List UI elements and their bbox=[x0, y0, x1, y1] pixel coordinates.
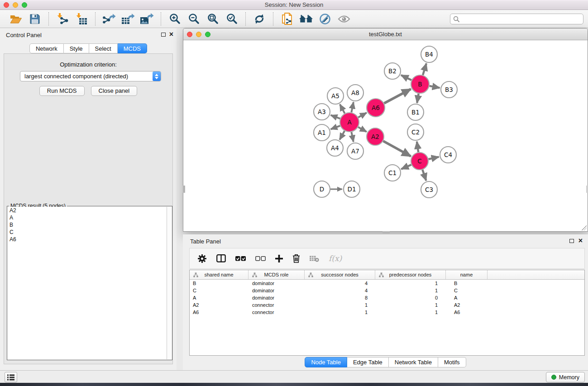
export-table-icon[interactable] bbox=[119, 11, 138, 27]
table-row[interactable]: Adominator80A bbox=[190, 294, 584, 301]
save-session-icon[interactable] bbox=[25, 11, 44, 27]
close-panel-icon[interactable]: × bbox=[169, 30, 173, 39]
table-cell: A bbox=[190, 295, 249, 300]
show-columns-icon[interactable] bbox=[216, 254, 226, 262]
table-cell: dominator bbox=[249, 295, 305, 300]
table-mode-gear-icon[interactable] bbox=[197, 254, 207, 263]
tab-network[interactable]: Network bbox=[29, 43, 64, 53]
graph-edge-C-C3[interactable] bbox=[422, 170, 426, 181]
graph-edge-B-B3[interactable] bbox=[430, 86, 440, 88]
graph-node-label-A: A bbox=[347, 119, 352, 126]
graph-edge-C-C2[interactable] bbox=[417, 142, 418, 152]
graph-node-label-C4: C4 bbox=[444, 151, 452, 158]
window-title: Session: New Session bbox=[0, 1, 588, 8]
control-panel-title: Control Panel bbox=[6, 32, 42, 38]
network-window-titlebar[interactable]: testGlobe.txt bbox=[183, 29, 588, 40]
graph-edge-B-B4[interactable] bbox=[423, 63, 426, 75]
float-panel-icon[interactable] bbox=[569, 239, 574, 243]
toolbar-separator bbox=[48, 12, 49, 26]
close-panel-icon[interactable]: × bbox=[578, 236, 583, 245]
tab-motifs[interactable]: Motifs bbox=[438, 357, 466, 367]
close-panel-button[interactable]: Close panel bbox=[91, 86, 138, 96]
graph-edge-A-A7[interactable] bbox=[351, 132, 353, 142]
column-header-MCDS-role[interactable]: MCDS role bbox=[249, 270, 305, 279]
column-header-successor-nodes[interactable]: successor nodes bbox=[305, 270, 375, 279]
zoom-selected-icon[interactable] bbox=[222, 11, 241, 27]
deselect-all-icon[interactable] bbox=[255, 256, 266, 261]
graph-edge-B-B1[interactable] bbox=[417, 94, 418, 103]
show-hide-graphics-icon[interactable] bbox=[335, 11, 354, 27]
tab-mcds[interactable]: MCDS bbox=[118, 43, 147, 53]
toolbar-separator bbox=[273, 12, 273, 26]
refresh-layout-icon[interactable] bbox=[250, 11, 269, 27]
table-cell: 1 bbox=[375, 281, 446, 286]
mcds-result-item[interactable]: A2 bbox=[8, 207, 167, 214]
table-row[interactable]: Cdominator41C bbox=[190, 287, 584, 294]
tab-style[interactable]: Style bbox=[64, 43, 89, 53]
zoom-in-icon[interactable] bbox=[165, 11, 184, 27]
column-header-predecessor-nodes[interactable]: predecessor nodes bbox=[375, 270, 446, 279]
table-row[interactable]: A6connector11A6 bbox=[190, 309, 584, 316]
import-network-icon[interactable] bbox=[53, 11, 72, 27]
splitter-handle[interactable] bbox=[183, 186, 185, 193]
table-cell: 0 bbox=[375, 295, 446, 300]
column-header-name[interactable]: name bbox=[446, 270, 488, 279]
graph-edge-A-A6[interactable] bbox=[358, 113, 367, 117]
export-image-icon[interactable] bbox=[138, 11, 157, 27]
control-panel-header: Control Panel × bbox=[0, 28, 177, 42]
table-cell: A bbox=[446, 295, 488, 300]
graph-edge-A-A2[interactable] bbox=[358, 127, 367, 132]
graph-edge-A-A8[interactable] bbox=[351, 102, 354, 113]
select-all-icon[interactable] bbox=[235, 256, 246, 261]
search-input[interactable] bbox=[450, 14, 583, 24]
zoom-fit-icon[interactable] bbox=[203, 11, 222, 27]
table-cell: 1 bbox=[375, 288, 446, 293]
home-icon[interactable] bbox=[296, 11, 316, 27]
result-scrollbar[interactable] bbox=[167, 207, 172, 359]
workspace: Control Panel × Network Style Select MCD… bbox=[0, 28, 588, 370]
export-network-icon[interactable] bbox=[100, 11, 119, 27]
column-header-shared-name[interactable]: shared name bbox=[190, 270, 249, 279]
graph-edge-A-A1[interactable] bbox=[331, 126, 340, 129]
splitter-handle[interactable] bbox=[382, 231, 390, 234]
delete-columns-icon[interactable] bbox=[292, 254, 300, 263]
mcds-result-item[interactable]: C bbox=[8, 229, 167, 236]
graph-edge-A-A4[interactable] bbox=[339, 131, 344, 140]
mcds-result-item[interactable]: B bbox=[8, 221, 167, 229]
control-panel-tabbar: Network Style Select MCDS bbox=[0, 43, 177, 53]
zoom-out-icon[interactable] bbox=[184, 11, 203, 27]
delete-table-icon[interactable] bbox=[310, 255, 319, 262]
import-table-icon[interactable] bbox=[72, 11, 91, 27]
graph-edge-B-B2[interactable] bbox=[401, 75, 411, 80]
graph-node-label-C: C bbox=[417, 157, 421, 165]
splitter-handle[interactable] bbox=[586, 186, 588, 193]
annotation-mode-icon[interactable] bbox=[316, 11, 335, 27]
criterion-dropdown[interactable]: largest connected component (directed) bbox=[20, 71, 161, 81]
run-mcds-button[interactable]: Run MCDS bbox=[39, 86, 85, 96]
tab-select[interactable]: Select bbox=[89, 43, 118, 53]
graph-edge-C-C1[interactable] bbox=[401, 165, 411, 169]
network-canvas[interactable]: B4B2BB3A5A8A6A3AB1A1C2A2A4A7C4CC1C3DD1 bbox=[183, 40, 588, 231]
resize-grip[interactable] bbox=[582, 225, 587, 230]
table-row[interactable]: Bdominator41B bbox=[190, 280, 584, 287]
tab-edge-table[interactable]: Edge Table bbox=[347, 357, 389, 367]
memory-button[interactable]: Memory bbox=[546, 372, 585, 382]
function-builder-icon[interactable]: f(x) bbox=[329, 254, 342, 263]
mcds-result-list[interactable]: A2ABCA6 bbox=[8, 207, 167, 359]
table-row[interactable]: A2connector11A2 bbox=[190, 301, 584, 309]
tab-network-table[interactable]: Network Table bbox=[389, 357, 438, 367]
table-cell: A6 bbox=[190, 310, 249, 315]
mcds-result-item[interactable]: A6 bbox=[8, 236, 167, 243]
tab-node-table[interactable]: Node Table bbox=[305, 357, 347, 367]
show-panel-list-button[interactable] bbox=[5, 372, 17, 382]
graph-edge-A-A3[interactable] bbox=[331, 115, 340, 119]
graph-edge-A2-C[interactable] bbox=[383, 141, 411, 157]
mcds-result-item[interactable]: A bbox=[8, 214, 167, 221]
graph-edge-C-C4[interactable] bbox=[429, 157, 439, 159]
open-session-icon[interactable] bbox=[6, 11, 25, 27]
float-panel-icon[interactable] bbox=[161, 33, 166, 37]
graph-edge-A-A5[interactable] bbox=[340, 105, 345, 114]
new-session-from-network-icon[interactable] bbox=[277, 11, 296, 27]
graph-edge-A6-B[interactable] bbox=[384, 89, 411, 103]
add-column-icon[interactable] bbox=[275, 255, 283, 262]
